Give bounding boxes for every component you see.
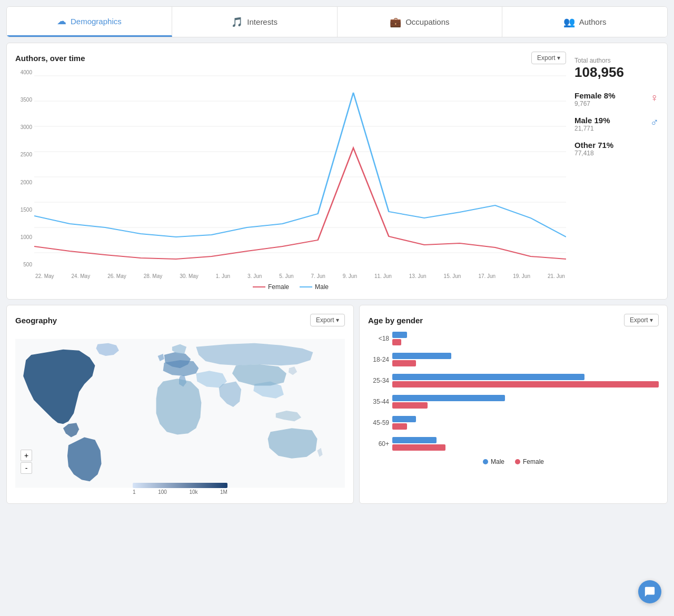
y-label-1500: 1500 — [15, 207, 32, 213]
legend-100: 100 — [158, 489, 167, 495]
other-stat-text: Other 71% 77,418 — [574, 141, 613, 157]
chart-with-axes: 4000 3500 3000 2500 2000 1500 1000 500 — [15, 69, 566, 279]
tab-authors-label: Authors — [579, 17, 607, 26]
legend-1m: 1M — [220, 489, 227, 495]
bottom-row: Geography Export ▾ — [6, 305, 668, 504]
y-axis: 4000 3500 3000 2500 2000 1500 1000 500 — [15, 69, 34, 279]
female-person-icon: ♀ — [650, 91, 659, 105]
female-bar — [392, 339, 401, 345]
male-bar — [392, 395, 505, 401]
age-female-label: Female — [523, 458, 544, 465]
age-row: 60+ — [368, 437, 659, 451]
map-container: + - 1 100 10k 1M — [15, 332, 345, 495]
legend-female: Female — [253, 283, 289, 291]
line-chart-svg — [34, 69, 566, 270]
x-axis: 22. May 24. May 26. May 28. May 30. May … — [34, 273, 566, 279]
y-label-2000: 2000 — [15, 180, 32, 185]
female-bar — [392, 444, 445, 451]
age-male-label: Male — [491, 458, 504, 465]
zoom-in-button[interactable]: + — [21, 450, 32, 461]
x-label-10: 9. Jun — [343, 273, 357, 279]
x-label-4: 28. May — [144, 273, 163, 279]
x-label-2: 24. May — [72, 273, 91, 279]
female-bar — [392, 360, 416, 366]
male-person-icon: ♂ — [650, 116, 659, 130]
authors-card: Authors, over time Export ▾ 4000 3500 30… — [6, 43, 668, 300]
age-row: <18 — [368, 332, 659, 345]
x-label-15: 19. Jun — [513, 273, 530, 279]
world-map-svg — [15, 332, 345, 495]
male-bar — [392, 353, 451, 359]
age-category-label: 45-59 — [368, 419, 389, 426]
female-legend-line — [253, 286, 265, 287]
age-export-button[interactable]: Export ▾ — [624, 314, 659, 326]
tab-interests[interactable]: 🎵 Interests — [172, 7, 338, 37]
age-bars — [392, 416, 659, 430]
y-label-3500: 3500 — [15, 97, 32, 103]
y-label-2500: 2500 — [15, 152, 32, 157]
zoom-out-button[interactable]: - — [21, 462, 32, 474]
age-bars — [392, 353, 659, 366]
y-label-4000: 4000 — [15, 69, 32, 75]
geography-card: Geography Export ▾ — [6, 305, 354, 504]
female-line — [34, 148, 566, 259]
svg-chart-wrap: 22. May 24. May 26. May 28. May 30. May … — [34, 69, 566, 279]
other-stat-name: Other 71% — [574, 141, 613, 150]
female-dot — [515, 459, 520, 464]
tab-bar: ☁ Demographics 🎵 Interests 💼 Occupations… — [6, 6, 668, 37]
x-label-7: 3. Jun — [247, 273, 262, 279]
male-bar — [392, 332, 407, 338]
age-chart: <1818-2425-3435-4445-5960+ — [368, 332, 659, 451]
main-container: ☁ Demographics 🎵 Interests 💼 Occupations… — [6, 6, 668, 504]
age-card: Age by gender Export ▾ <1818-2425-3435-4… — [359, 305, 668, 504]
female-bar — [392, 423, 407, 430]
occupations-icon: 💼 — [390, 16, 401, 28]
interests-icon: 🎵 — [231, 16, 243, 28]
x-label-8: 5. Jun — [279, 273, 293, 279]
x-label-1: 22. May — [35, 273, 54, 279]
age-row: 45-59 — [368, 416, 659, 430]
tab-authors[interactable]: 👥 Authors — [502, 7, 667, 37]
geography-title: Geography — [15, 316, 57, 325]
y-label-500: 500 — [15, 262, 32, 267]
age-bars — [392, 395, 659, 409]
chart-legend: Female Male — [15, 283, 566, 291]
authors-icon: 👥 — [563, 16, 575, 28]
geography-export-button[interactable]: Export ▾ — [310, 314, 345, 326]
age-category-label: <18 — [368, 335, 389, 342]
age-category-label: 60+ — [368, 440, 389, 448]
female-bar — [392, 402, 428, 409]
age-row: 18-24 — [368, 353, 659, 366]
x-label-14: 17. Jun — [478, 273, 495, 279]
authors-export-button[interactable]: Export ▾ — [531, 52, 566, 64]
x-label-3: 26. May — [107, 273, 126, 279]
x-label-9: 7. Jun — [311, 273, 325, 279]
age-legend: Male Female — [368, 458, 659, 465]
female-stat-count: 9,767 — [574, 100, 616, 107]
age-legend-male: Male — [483, 458, 504, 465]
authors-chart-area: Authors, over time Export ▾ 4000 3500 30… — [15, 52, 566, 291]
age-category-label: 18-24 — [368, 356, 389, 363]
male-stat-name: Male 19% — [574, 116, 610, 125]
x-label-11: 11. Jun — [374, 273, 392, 279]
y-label-3000: 3000 — [15, 124, 32, 130]
female-stat-name: Female 8% — [574, 91, 616, 100]
female-stat-text: Female 8% 9,767 — [574, 91, 616, 107]
total-label: Total authors — [574, 57, 659, 64]
geography-header: Geography Export ▾ — [15, 314, 345, 326]
male-bar — [392, 374, 584, 380]
male-bar — [392, 416, 416, 422]
age-chart-title: Age by gender — [368, 316, 423, 325]
tab-interests-label: Interests — [247, 17, 277, 26]
tab-demographics[interactable]: ☁ Demographics — [7, 7, 172, 37]
male-legend-line — [300, 286, 312, 287]
tab-occupations[interactable]: 💼 Occupations — [338, 7, 503, 37]
male-stat-text: Male 19% 21,771 — [574, 116, 610, 132]
legend-1: 1 — [133, 489, 136, 495]
age-bars — [392, 374, 659, 388]
age-row: 25-34 — [368, 374, 659, 388]
stat-other: Other 71% 77,418 — [574, 141, 659, 157]
x-label-12: 13. Jun — [409, 273, 427, 279]
stat-male: Male 19% 21,771 ♂ — [574, 116, 659, 132]
female-bar — [392, 381, 659, 388]
